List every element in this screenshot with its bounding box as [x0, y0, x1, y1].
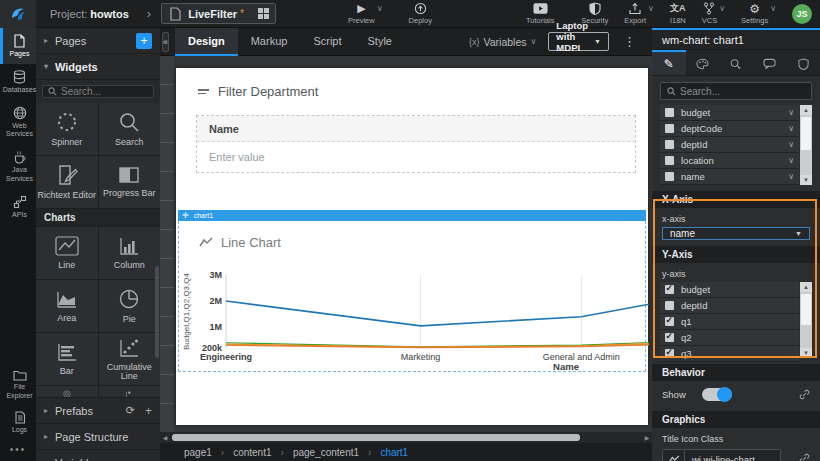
sidebar-item-apis[interactable]: APIs	[0, 189, 36, 225]
pages-section-header[interactable]: ▸ Pages +	[36, 28, 160, 54]
yaxis-row-deptid[interactable]: deptId	[660, 298, 799, 314]
kebab-menu-button[interactable]: ⋮	[619, 34, 640, 49]
breadcrumb-page1[interactable]: page1	[184, 447, 212, 458]
user-avatar[interactable]: JS	[792, 4, 812, 24]
refresh-icon[interactable]: ⟳	[126, 404, 135, 418]
move-handle-icon[interactable]: ✛	[182, 211, 189, 220]
field-row-deptid[interactable]: deptId∨	[660, 137, 799, 153]
tab-styles[interactable]	[686, 50, 720, 75]
scroll-right-icon[interactable]: ▶	[642, 434, 652, 441]
checkbox[interactable]	[665, 317, 674, 326]
widget-tile-column[interactable]: Column	[99, 227, 161, 279]
checkbox[interactable]	[665, 172, 674, 181]
scroll-left-icon[interactable]: ◀	[160, 434, 170, 441]
more-options-button[interactable]: •••	[0, 440, 36, 461]
sidebar-item-databases[interactable]: Databases	[0, 64, 36, 100]
field-row-deptcode[interactable]: deptCode∨	[660, 121, 799, 137]
widget-tile-clipped-1[interactable]	[36, 386, 98, 397]
widget-tile-line[interactable]: Line	[36, 227, 98, 279]
variables-section-header[interactable]: ▸ Variables	[36, 450, 160, 461]
settings-button[interactable]: ⚙ Settings	[741, 2, 768, 25]
field-row-location[interactable]: location∨	[660, 153, 799, 169]
prefabs-section-header[interactable]: ▸ Prefabs ⟳ +	[36, 398, 160, 424]
line-chart-plot[interactable]: 3M2M1M200kEngineeringMarketingGeneral an…	[181, 263, 649, 371]
widget-search[interactable]	[42, 85, 154, 98]
checkbox[interactable]	[665, 285, 674, 294]
breadcrumb-content1[interactable]: content1	[233, 447, 271, 458]
widget-selection-bar[interactable]: ✛ chart1	[178, 210, 646, 221]
widgets-section-header[interactable]: ▾ Widgets	[36, 54, 160, 80]
tab-security[interactable]	[786, 50, 820, 75]
export-chevron-icon[interactable]: ∨	[648, 4, 654, 13]
checkbox[interactable]	[665, 124, 674, 133]
yaxis-row-budget[interactable]: budget	[660, 282, 799, 298]
left-panel-scrollbar[interactable]	[155, 266, 159, 358]
yaxis-row-q3[interactable]: q3	[660, 346, 799, 362]
widget-tile-richtext-editor[interactable]: Richtext Editor	[36, 156, 98, 208]
vcs-button[interactable]: VCS	[702, 2, 717, 25]
app-logo[interactable]	[0, 0, 36, 28]
widget-tile-area[interactable]: Area	[36, 280, 98, 332]
scroll-down-icon[interactable]: ▼	[800, 348, 812, 358]
field-row-name[interactable]: name∨	[660, 169, 799, 185]
chevron-down-icon[interactable]: ∨	[788, 140, 794, 149]
properties-search-input[interactable]	[680, 86, 805, 97]
chart-widget-body[interactable]: Line Chart 3M2M1M200kEngineeringMarketin…	[178, 221, 646, 372]
widget-tile-progress-bar[interactable]: Progress Bar	[99, 156, 161, 208]
scroll-down-icon[interactable]: ▼	[800, 175, 812, 185]
collapse-left-panel-button[interactable]: «	[162, 32, 169, 52]
export-button[interactable]: Export	[624, 2, 646, 25]
chevron-down-icon[interactable]: ∨	[788, 156, 794, 165]
chevron-down-icon[interactable]: ∨	[788, 108, 794, 117]
x-axis-select[interactable]: name ▼	[662, 227, 810, 240]
sidebar-item-java-services[interactable]: Java Services	[0, 144, 36, 189]
add-prefab-button[interactable]: +	[145, 404, 152, 418]
checkbox[interactable]	[665, 301, 674, 310]
deploy-button[interactable]: Deploy	[409, 2, 432, 25]
chevron-down-icon[interactable]: ∨	[788, 124, 794, 133]
layout-grid-icon[interactable]	[258, 8, 269, 19]
vcs-chevron-icon[interactable]: ∨	[719, 4, 725, 13]
preview-chevron-icon[interactable]: ∨	[377, 4, 383, 13]
checkbox[interactable]	[665, 333, 674, 342]
show-toggle[interactable]	[702, 388, 732, 401]
i18n-button[interactable]: 文A I18N	[670, 2, 686, 25]
yaxis-row-q2[interactable]: q2	[660, 330, 799, 346]
add-page-button[interactable]: +	[136, 33, 152, 49]
field-row-budget[interactable]: budget∨	[660, 105, 799, 121]
tab-markup[interactable]: Markup	[238, 28, 301, 56]
tab-design[interactable]: Design	[175, 28, 238, 56]
breadcrumb-page-content1[interactable]: page_content1	[293, 447, 359, 458]
title-icon-class-input[interactable]: wi wi-line-chart	[662, 449, 781, 461]
page-structure-section-header[interactable]: ▸ Page Structure	[36, 424, 160, 450]
checkbox[interactable]	[665, 156, 674, 165]
widget-tile-bar[interactable]: Bar	[36, 333, 98, 385]
sidebar-item-pages[interactable]: Pages	[0, 28, 36, 64]
tab-script[interactable]: Script	[300, 28, 354, 56]
tab-chat[interactable]	[753, 50, 787, 75]
bind-property-icon[interactable]	[799, 389, 810, 400]
sidebar-item-logs[interactable]: Logs	[0, 405, 36, 440]
widget-tile-cumulative-line[interactable]: Cumulative Line	[99, 333, 161, 385]
page-tab-livefilter[interactable]: LiveFilter *	[161, 3, 276, 24]
scroll-up-icon[interactable]: ▲	[800, 105, 812, 115]
page-preview[interactable]: Filter Department Name Enter value ✛ cha…	[176, 68, 648, 425]
tab-style[interactable]: Style	[355, 28, 405, 56]
sidebar-item-file-explorer[interactable]: File Explorer	[0, 363, 36, 406]
scroll-up-icon[interactable]: ▲	[800, 282, 812, 292]
sidebar-item-web-services[interactable]: Web Services	[0, 100, 36, 145]
chart-widget[interactable]: ✛ chart1 Line Chart 3M2M1M200kEngineerin…	[178, 210, 646, 372]
properties-search[interactable]	[660, 82, 812, 100]
widget-tile-clipped-2[interactable]	[99, 386, 161, 397]
tab-events[interactable]	[719, 50, 753, 75]
scrollbar-thumb[interactable]	[172, 434, 580, 441]
scrollbar-thumb[interactable]	[801, 294, 811, 325]
checkbox[interactable]	[665, 108, 674, 117]
variables-dropdown[interactable]: {x} Variables ∨	[469, 36, 536, 48]
settings-chevron-icon[interactable]: ∨	[770, 4, 776, 13]
widget-tile-search[interactable]: Search	[99, 103, 161, 155]
field-list-scrollbar[interactable]: ▲ ▼	[800, 105, 812, 185]
checkbox[interactable]	[665, 140, 674, 149]
widget-search-input[interactable]	[61, 86, 148, 97]
filter-form-panel[interactable]: Name Enter value	[196, 115, 636, 173]
